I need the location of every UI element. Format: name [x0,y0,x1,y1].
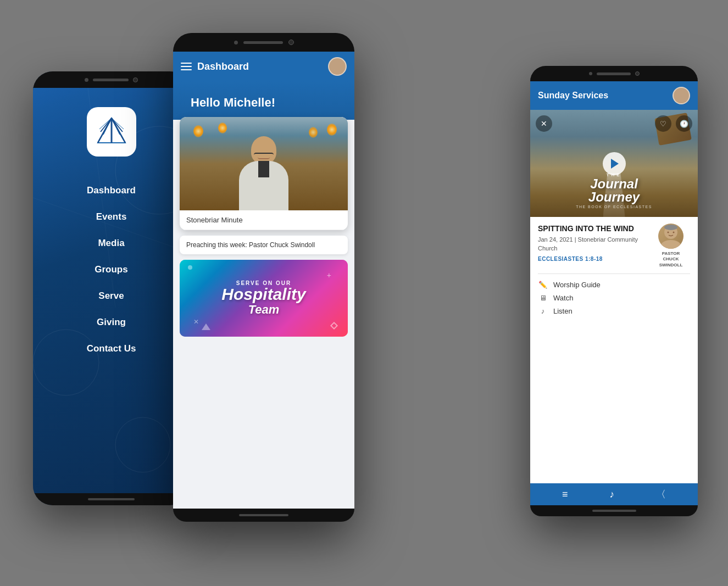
listen-label: Listen [553,307,573,315]
hero-actions: ♡ 🕐 [655,115,692,132]
phone-right-home-bar [530,505,698,516]
dashboard-title: Dashboard [197,61,328,72]
phone-middle: Dashboard Hello Michelle! [173,33,354,522]
person-head [251,136,276,164]
glasses [254,153,274,156]
bg-decoration [33,88,190,493]
phone-left-top-bar [33,71,190,88]
action-links: ✏️ Worship Guide 🖥 Watch ♪ Listen [538,280,690,316]
pastor-name: PASTORCHUCKSWINDOLL [652,251,690,268]
phone-right-screen: Sunday Services ✕ ♡ 🕐 [530,81,698,505]
play-button[interactable] [603,152,626,175]
phone-mid-screen: Dashboard Hello Michelle! [173,52,354,509]
preaching-text: Preaching this week: Pastor Chuck Swindo… [186,241,315,249]
phone-left: Dashboard Events Media Groups Serve Givi… [33,71,190,505]
nav-list-icon[interactable]: ≡ [562,489,568,500]
clock-button[interactable]: 🕐 [676,115,692,132]
sermon-main-row: SPITTING INTO THE WIND Jan 24, 2021 | St… [538,224,690,268]
watch-link[interactable]: 🖥 Watch [538,293,690,303]
worship-guide-link[interactable]: ✏️ Worship Guide [538,280,690,289]
sermon-meta: Jan 24, 2021 | Stonebriar Community Chur… [538,236,647,253]
music-icon: ♪ [538,306,548,316]
svg-point-2 [115,417,170,472]
listen-link[interactable]: ♪ Listen [538,306,690,316]
light-2 [218,122,227,133]
journal-title-overlay: THE JournalJourney THE BOOK OF ECCLESIAS… [530,172,698,209]
divider-1 [538,274,690,274]
svg-point-26 [673,232,675,233]
svg-point-24 [664,225,677,230]
phone-right-top-bar [530,66,698,81]
dot-1 [188,265,192,270]
svg-point-18 [334,60,341,68]
phone-mid-speaker [243,41,283,44]
phone-mid-dot [234,41,238,44]
sermon-title: SPITTING INTO THE WIND [538,224,647,233]
light-3 [309,127,318,138]
home-bar-mid [239,514,288,516]
user-avatar[interactable] [328,57,347,76]
svg-point-1 [33,330,99,395]
svg-point-19 [331,69,344,75]
phone-right-camera [635,71,640,76]
svg-line-3 [33,198,190,253]
phone-right-speaker [597,72,631,75]
pastor-avatar [658,224,683,249]
hospitality-word: Hospitality [221,286,305,303]
shirt-collar [258,161,269,177]
svg-point-25 [668,232,669,233]
sunday-title: Sunday Services [538,91,608,101]
video-card[interactable]: Stonebriar Minute [180,117,348,230]
home-bar-right [592,510,636,512]
bottom-nav: ≡ ♪ 〈 [530,483,698,505]
monitor-icon: 🖥 [538,293,548,303]
phone-right: Sunday Services ✕ ♡ 🕐 [530,66,698,516]
watch-label: Watch [553,294,573,302]
hospitality-text-block: SERVE ON OUR Hospitality Team [221,280,305,317]
sermon-hero: ✕ ♡ 🕐 THE JournalJourney THE BOOK OF ECC… [530,110,698,217]
hero-close-button[interactable]: ✕ [536,115,552,132]
preaching-card: Preaching this week: Pastor Chuck Swindo… [180,236,348,254]
video-thumbnail [180,117,348,210]
journal-title-text: JournalJourney [530,177,698,204]
person-body [239,161,288,210]
phone-right-dot [589,72,592,75]
sermon-info: SPITTING INTO THE WIND Jan 24, 2021 | St… [530,217,698,483]
video-label: Stonebriar Minute [180,210,348,230]
smile [258,157,270,159]
phone-left-dot [85,78,88,82]
sermon-text-block: SPITTING INTO THE WIND Jan 24, 2021 | St… [538,224,647,262]
hospitality-banner[interactable]: + ✕ SERVE ON OUR Hospitality Team [180,260,348,337]
right-user-avatar[interactable] [673,87,690,104]
greeting-text: Hello Michelle! [182,89,346,114]
play-icon [611,159,619,169]
sunday-header: Sunday Services [530,81,698,110]
phone-left-speaker [93,79,129,81]
phone-mid-top-bar [173,33,354,52]
phone-left-screen: Dashboard Events Media Groups Serve Givi… [33,88,190,493]
pastor-info: PASTORCHUCKSWINDOLL [652,224,690,268]
nav-music-icon[interactable]: ♪ [609,489,614,500]
worship-guide-label: Worship Guide [553,281,601,289]
favorite-button[interactable]: ♡ [655,115,671,132]
triangle-1 [202,323,210,330]
home-bar-line [88,498,135,500]
pastor-avatar-icon [659,224,682,249]
person-figure [239,136,288,210]
journal-subtitle: THE BOOK OF ECCLESIASTES [530,205,698,209]
svg-line-4 [88,88,115,308]
hamburger-menu[interactable] [181,63,192,70]
light-4 [327,124,337,136]
svg-point-21 [675,98,687,103]
svg-point-20 [678,90,685,97]
greeting-section: Hello Michelle! [173,81,354,120]
avatar-icon [329,58,346,75]
phone-mid-home-bar [173,509,354,522]
nav-share-icon[interactable]: 〈 [656,488,666,501]
team-word: Team [221,303,305,317]
phone-left-camera [133,77,138,82]
right-avatar-icon [674,88,689,103]
phone-mid-camera [288,40,294,45]
pencil-icon: ✏️ [538,280,548,289]
svg-point-23 [661,240,681,249]
